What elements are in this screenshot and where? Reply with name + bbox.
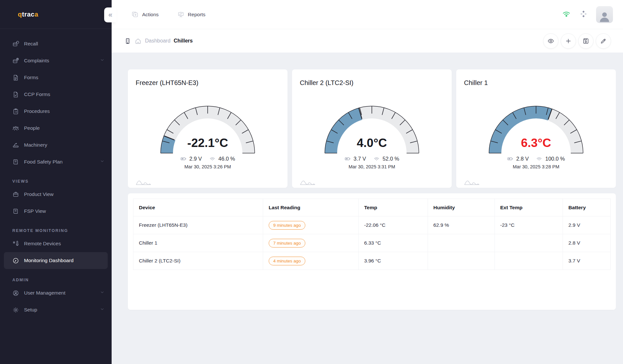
gauge-meta: 2.8 V 100.0 %: [456, 156, 616, 162]
gauge-card-chiller-2: Chiller 2 (LTC2-SI) 4.0°C: [292, 69, 452, 188]
last-reading-badge: 7 minutes ago: [269, 239, 305, 248]
gauge-meta: 2.9 V 46.0 %: [128, 156, 287, 162]
battery-icon: [180, 156, 187, 162]
person-silhouette-icon: [598, 10, 611, 23]
apps-diamonds-icon[interactable]: [580, 10, 587, 19]
chevron-down-icon: [100, 290, 104, 296]
sidebar-item-setup[interactable]: Setup: [0, 301, 112, 318]
cell-temp: 3.96 °C: [359, 252, 428, 270]
gauge-humidity: 46.0 %: [218, 156, 235, 162]
dashboard-content: Freezer (LHT65N-E3) -22.1°C: [112, 53, 623, 310]
recall-box-icon: [12, 41, 19, 47]
topbar-menu-reports[interactable]: Reports: [177, 11, 205, 18]
user-circle-icon: [12, 290, 19, 297]
cell-ext-temp: [495, 252, 563, 270]
sidebar-item-label: Remote Devices: [24, 241, 61, 247]
column-header-temp: Temp: [359, 199, 428, 216]
gauge-value: 6.3°C: [487, 136, 585, 150]
sidebar-item-ccp-forms[interactable]: CCP Forms: [0, 86, 112, 103]
wifi-icon: [209, 156, 215, 162]
table-row: Freezer (LHT65N-E3) 9 minutes ago -22.06…: [133, 216, 611, 234]
view-button[interactable]: [543, 33, 558, 49]
card-title: Chiller 1: [456, 79, 616, 87]
gauge-meta: 3.7 V 52.0 %: [292, 156, 452, 162]
cell-device: Freezer (LHT65N-E3): [133, 216, 263, 234]
cell-battery: 2.8 V: [563, 234, 610, 252]
brand-logo[interactable]: qtraca: [18, 11, 38, 18]
table-row: Chiller 2 (LTC2-SI) 4 minutes ago 3.96 °…: [133, 252, 611, 270]
sidebar-item-complaints[interactable]: Complaints: [0, 52, 112, 69]
sidebar-item-remote-devices[interactable]: Remote Devices: [0, 235, 112, 252]
sparkline-chart-icon[interactable]: [464, 178, 483, 187]
cell-humidity: [428, 252, 495, 270]
gauge-value: 4.0°C: [323, 136, 421, 150]
chevron-down-icon: [100, 159, 104, 165]
document-check-icon: [12, 91, 19, 98]
add-button[interactable]: [561, 33, 576, 49]
sidebar-item-product-view[interactable]: Product View: [0, 186, 112, 203]
document-icon: [12, 74, 19, 81]
machinery-icon: [12, 142, 19, 149]
edit-button[interactable]: [596, 33, 611, 49]
sparkline-chart-icon[interactable]: [300, 178, 319, 187]
table-row: Chiller 1 7 minutes ago 6.33 °C 2.8 V: [133, 234, 611, 252]
sidebar-item-people[interactable]: People: [0, 120, 112, 137]
sidebar-item-label: Complaints: [24, 58, 49, 64]
user-avatar[interactable]: [596, 6, 613, 23]
devices-table-panel: Device Last Reading Temp Humidity Ext Te…: [128, 193, 616, 310]
cell-last-reading: 9 minutes ago: [263, 216, 359, 234]
clipboard-icon: [12, 108, 19, 115]
sidebar-item-label: Food Safety Plan: [24, 159, 63, 165]
topbar-menu-label: Reports: [188, 12, 205, 18]
card-title: Freezer (LHT65N-E3): [128, 79, 287, 87]
sidebar-item-label: Monitoring Dashboard: [24, 258, 74, 263]
table-header-row: Device Last Reading Temp Humidity Ext Te…: [133, 199, 611, 216]
gauge-humidity: 100.0 %: [545, 156, 565, 162]
sidebar-item-machinery[interactable]: Machinery: [0, 137, 112, 153]
gauge-timestamp: Mar 30, 2025 3:26 PM: [128, 164, 287, 169]
cell-temp: -22.06 °C: [359, 216, 428, 234]
topbar-menu-actions[interactable]: Actions: [132, 11, 159, 18]
cell-ext-temp: [495, 234, 563, 252]
sidebar-item-label: Procedures: [24, 108, 50, 114]
logo-row: qtraca: [0, 0, 112, 29]
book-icon: [12, 208, 19, 215]
cell-device: Chiller 1: [133, 234, 263, 252]
sidebar-item-procedures[interactable]: Procedures: [0, 103, 112, 120]
sidebar-item-label: FSP View: [24, 208, 46, 214]
sidebar-item-label: People: [24, 125, 40, 131]
cell-last-reading: 4 minutes ago: [263, 252, 359, 270]
column-header-humidity: Humidity: [428, 199, 495, 216]
book-icon: [12, 159, 19, 165]
sidebar-collapse-button[interactable]: «: [104, 7, 116, 22]
sidebar-item-user-management[interactable]: User Management: [0, 285, 112, 301]
gauge-value: -22.1°C: [159, 136, 256, 150]
column-header-ext-temp: Ext Temp: [495, 199, 563, 216]
sidebar-item-food-safety-plan[interactable]: Food Safety Plan: [0, 153, 112, 170]
people-icon: [12, 125, 19, 132]
gauge-battery: 2.9 V: [189, 156, 202, 162]
section-label-remote-monitoring: REMOTE MONITORING: [12, 228, 112, 233]
sidebar: qtraca Recall Complaints Forms CCP Forms…: [0, 0, 112, 364]
save-button[interactable]: [578, 33, 593, 49]
card-title: Chiller 2 (LTC2-SI): [292, 79, 452, 87]
eye-icon: [547, 38, 554, 44]
sidebar-item-fsp-view[interactable]: FSP View: [0, 203, 112, 220]
cell-temp: 6.33 °C: [359, 234, 428, 252]
temperature-gauge: 6.3°C: [487, 104, 585, 154]
sidebar-item-forms[interactable]: Forms: [0, 69, 112, 86]
gauge-card-chiller-1: Chiller 1 6.3°C: [456, 69, 616, 188]
battery-icon: [507, 156, 513, 162]
sidebar-item-recall[interactable]: Recall: [0, 35, 112, 52]
reports-chart-board-icon: [177, 11, 184, 18]
sidebar-item-label: Forms: [24, 75, 38, 80]
temperature-gauge: -22.1°C: [159, 104, 256, 154]
breadcrumb-parent[interactable]: Dashboard: [145, 38, 170, 44]
home-icon[interactable]: [135, 38, 141, 44]
topbar: « Actions Reports: [112, 0, 623, 29]
sidebar-item-label: CCP Forms: [24, 91, 50, 97]
topbar-right: [562, 6, 623, 23]
gauge-humidity: 52.0 %: [383, 156, 399, 162]
sidebar-item-monitoring-dashboard[interactable]: Monitoring Dashboard: [4, 252, 108, 269]
sparkline-chart-icon[interactable]: [136, 178, 154, 187]
